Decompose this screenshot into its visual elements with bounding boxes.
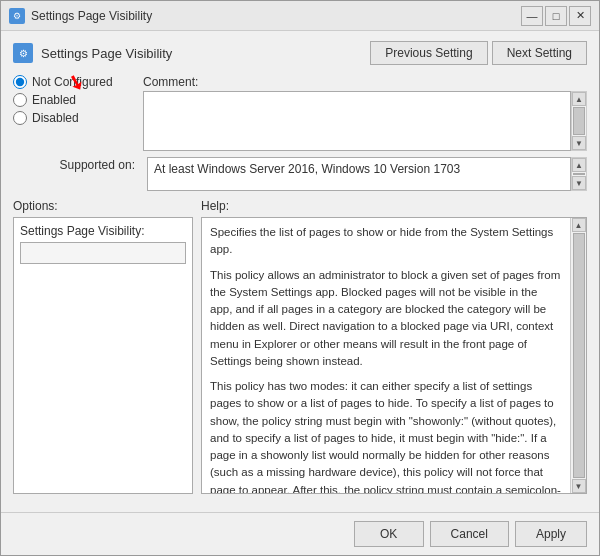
radio-disabled[interactable]: Disabled <box>13 111 143 125</box>
radio-group: Not Configured Enabled Disabled ➘ <box>13 75 143 125</box>
ok-button[interactable]: OK <box>354 521 424 547</box>
nav-buttons: Previous Setting Next Setting <box>370 41 587 65</box>
comment-label: Comment: <box>143 75 587 89</box>
radio-comment-row: Not Configured Enabled Disabled ➘ Commen… <box>13 75 587 151</box>
radio-enabled[interactable]: Enabled <box>13 93 143 107</box>
help-scrollbar: ▲ ▼ <box>570 218 586 493</box>
options-panel: Options: Settings Page Visibility: <box>13 199 193 494</box>
comment-scroll-down[interactable]: ▼ <box>572 136 586 150</box>
supported-row: Supported on: At least Windows Server 20… <box>13 157 587 191</box>
minimize-button[interactable]: — <box>521 6 543 26</box>
options-box: Settings Page Visibility: <box>13 217 193 494</box>
header-row: ⚙ Settings Page Visibility Previous Sett… <box>13 41 587 65</box>
window-icon: ⚙ <box>9 8 25 24</box>
dialog-title: Settings Page Visibility <box>41 46 172 61</box>
help-para-2: This policy allows an administrator to b… <box>210 267 562 371</box>
previous-setting-button[interactable]: Previous Setting <box>370 41 487 65</box>
footer: OK Cancel Apply <box>1 512 599 555</box>
options-field-label: Settings Page Visibility: <box>20 224 186 238</box>
comment-textarea[interactable] <box>143 91 571 151</box>
radio-disabled-label[interactable]: Disabled <box>32 111 79 125</box>
comment-scrollbar: ▲ ▼ <box>571 91 587 151</box>
help-scroll-thumb <box>573 233 585 478</box>
comment-scroll-thumb <box>573 107 585 135</box>
title-bar: ⚙ Settings Page Visibility — □ ✕ <box>1 1 599 31</box>
comment-section: Comment: ▲ ▼ <box>143 75 587 151</box>
help-para-1: Specifies the list of pages to show or h… <box>210 224 562 259</box>
help-label: Help: <box>201 199 587 213</box>
supported-scroll-thumb <box>573 173 585 175</box>
radio-not-configured-label[interactable]: Not Configured <box>32 75 113 89</box>
window-controls: — □ ✕ <box>521 6 591 26</box>
supported-scroll-down[interactable]: ▼ <box>572 176 586 190</box>
cancel-button[interactable]: Cancel <box>430 521 509 547</box>
help-scroll-up[interactable]: ▲ <box>572 218 586 232</box>
main-window: ⚙ Settings Page Visibility — □ ✕ ⚙ Setti… <box>0 0 600 556</box>
header-icon: ⚙ <box>13 43 33 63</box>
maximize-button[interactable]: □ <box>545 6 567 26</box>
help-para-3: This policy has two modes: it can either… <box>210 378 562 493</box>
settings-visibility-input[interactable] <box>20 242 186 264</box>
supported-scrollbar: ▲ ▼ <box>571 157 587 191</box>
radio-not-configured[interactable]: Not Configured <box>13 75 143 89</box>
content-area: ⚙ Settings Page Visibility Previous Sett… <box>1 31 599 512</box>
supported-label: Supported on: <box>13 157 143 174</box>
close-button[interactable]: ✕ <box>569 6 591 26</box>
comment-scroll-up[interactable]: ▲ <box>572 92 586 106</box>
help-panel: Help: Specifies the list of pages to sho… <box>201 199 587 494</box>
help-text: Specifies the list of pages to show or h… <box>202 218 570 493</box>
radio-enabled-label[interactable]: Enabled <box>32 93 76 107</box>
next-setting-button[interactable]: Next Setting <box>492 41 587 65</box>
supported-scroll-up[interactable]: ▲ <box>572 158 586 172</box>
help-scroll-down[interactable]: ▼ <box>572 479 586 493</box>
main-section: Options: Settings Page Visibility: Help:… <box>13 199 587 494</box>
apply-button[interactable]: Apply <box>515 521 587 547</box>
supported-value: At least Windows Server 2016, Windows 10… <box>147 157 571 191</box>
options-label: Options: <box>13 199 193 213</box>
window-title: Settings Page Visibility <box>31 9 152 23</box>
help-content-wrapper: Specifies the list of pages to show or h… <box>201 217 587 494</box>
